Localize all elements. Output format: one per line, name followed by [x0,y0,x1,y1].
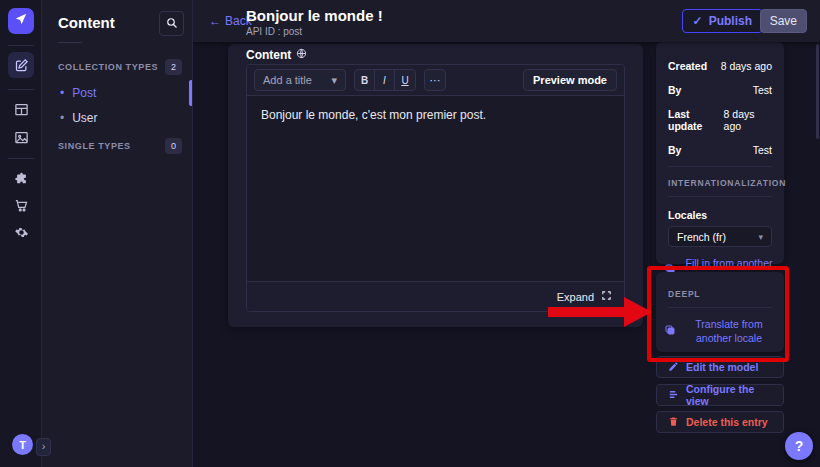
info-row-created: Created 8 days ago [656,54,784,78]
back-arrow-icon: ← [209,14,221,28]
layout-grid-icon [14,102,29,117]
rail-item-content-manager[interactable] [8,52,34,78]
info-row-updated-by: By Test [656,138,784,162]
trash-icon [668,416,679,429]
section-collection-types: COLLECTION TYPES [58,62,158,72]
info-value: 8 days ago [724,108,772,132]
divider [8,89,34,90]
send-icon [14,12,28,30]
sidebar-item-user[interactable]: • User [60,107,180,129]
publish-label: Publish [709,14,752,28]
info-row-created-by: By Test [656,78,784,102]
expand-editor-button[interactable]: Expand [247,281,624,311]
info-value: Test [753,84,772,96]
editor-toolbar: Add a title ▾ B I U ⋯ Preview mode [247,65,624,96]
configure-view-button[interactable]: Configure the view [656,384,784,406]
sidebar-item-post[interactable]: • Post [60,82,180,104]
divider [668,196,772,197]
bullet-icon: • [60,111,64,125]
title-level-select[interactable]: Add a title ▾ [254,69,346,91]
info-value: 8 days ago [721,60,772,72]
strapi-logo[interactable] [8,8,34,34]
ellipsis-icon: ⋯ [430,74,441,87]
delete-entry-button[interactable]: Delete this entry [656,411,784,433]
configure-view-label: Configure the view [686,383,772,407]
divider [668,307,772,308]
delete-entry-label: Delete this entry [686,416,768,428]
picture-icon [14,130,29,145]
preview-mode-button[interactable]: Preview mode [523,69,617,91]
info-label: Created [668,60,707,72]
expand-label: Expand [557,291,594,303]
user-avatar[interactable]: T [12,434,33,455]
scrollbar-thumb[interactable] [816,44,819,139]
search-icon [166,15,178,33]
collection-types-count-badge: 2 [165,59,182,75]
help-button[interactable]: ? [785,432,813,460]
active-item-indicator [189,80,192,106]
more-formats-button[interactable]: ⋯ [424,69,446,91]
info-value: Test [753,144,772,156]
entry-edit-view: Content Add a title ▾ B I U ⋯ [193,42,820,467]
publish-button[interactable]: ✓ Publish [682,9,763,33]
expand-nav-button[interactable]: › [36,438,51,456]
gear-icon [14,225,29,240]
nav-item-label: User [72,111,97,125]
save-label: Save [770,14,797,28]
nav-item-label: Post [72,86,96,100]
editor-body-text: Bonjour le monde, c'est mon premier post… [261,108,486,122]
entry-header: ← Back Bonjour le monde ! API ID : post … [193,0,820,42]
subnav-title: Content [58,14,115,31]
info-row-last-update: Last update 8 days ago [656,102,784,138]
cart-icon [14,198,29,213]
divider [58,42,82,43]
info-label: By [668,144,681,156]
underline-button[interactable]: U [395,70,415,90]
divider [8,158,34,159]
internationalization-header: INTERNATIONALIZATION [656,171,784,192]
page-title: Bonjour le monde ! [246,7,383,24]
editor-textarea[interactable]: Bonjour le monde, c'est mon premier post… [247,96,624,281]
locale-select[interactable]: French (fr) ▾ [668,226,772,247]
locale-select-value: French (fr) [677,231,726,243]
rail-item-settings[interactable] [8,219,34,245]
api-id-subtitle: API ID : post [246,26,302,37]
pencil-square-icon [14,58,29,73]
deepl-header: DEEPL [656,282,784,303]
strapi-admin-window: T › Content COLLECTION TYPES 2 • Post • … [0,0,820,467]
translate-from-locale-link[interactable]: Translate from another locale [664,317,776,345]
edit-model-button[interactable]: Edit the model [656,356,784,378]
rail-item-media-library[interactable] [8,124,34,150]
translate-from-locale-label: Translate from another locale [682,317,776,345]
content-field-card: Content Add a title ▾ B I U ⋯ [228,44,643,327]
bold-button[interactable]: B [355,70,375,90]
field-label-content: Content [246,48,307,62]
information-card: Created 8 days ago By Test Last update 8… [656,42,784,264]
expand-icon [601,290,612,303]
field-label-text: Content [246,48,291,62]
text-format-group: B I U [354,69,416,91]
divider [8,45,34,46]
globe-icon [296,48,307,62]
configure-list-icon [668,389,679,402]
pencil-icon [668,361,679,374]
rail-item-content-type-builder[interactable] [8,96,34,122]
rail-item-plugins[interactable] [8,166,34,192]
markdown-editor: Add a title ▾ B I U ⋯ Preview mode [246,64,625,312]
caret-down-icon: ▾ [331,74,337,87]
bullet-icon: • [60,86,64,100]
puzzle-icon [14,172,29,187]
search-button[interactable] [159,11,184,36]
single-types-count-badge: 0 [165,138,182,154]
save-button[interactable]: Save [760,9,807,33]
info-label: By [668,84,681,96]
section-single-types: SINGLE TYPES [58,141,131,151]
italic-button[interactable]: I [375,70,395,90]
rail-item-marketplace[interactable] [8,192,34,218]
caret-down-icon: ▾ [758,232,763,242]
check-icon: ✓ [693,14,703,28]
deepl-card: DEEPL Translate from another locale [656,272,784,352]
edit-model-label: Edit the model [686,361,758,373]
preview-mode-label: Preview mode [533,74,607,86]
divider [668,166,772,167]
